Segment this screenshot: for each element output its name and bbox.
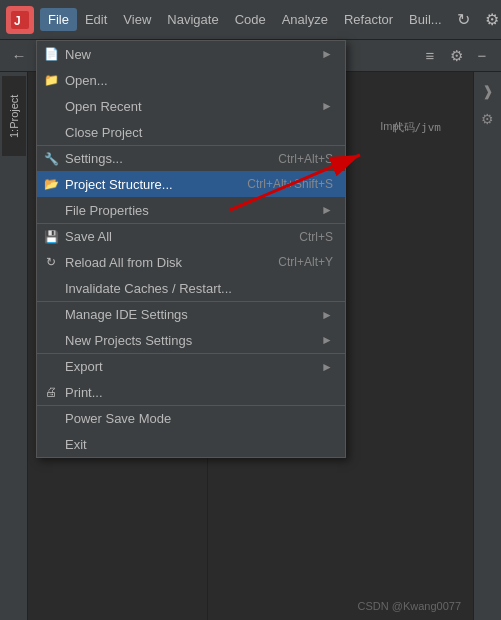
- right-panel: ❱ ⚙: [473, 72, 501, 620]
- arrow-open-recent: ►: [321, 99, 333, 113]
- menu-item-power-save[interactable]: Power Save Mode: [37, 405, 345, 431]
- toolbar: J File Edit View Navigate Code Analyze R…: [0, 0, 501, 40]
- file-menu-dropdown: 📄 New ► 📁 Open... Open Recent ► Close Pr…: [36, 40, 346, 458]
- toolbar-right-icons: ↻ ⚙ ▶ ⋯: [452, 8, 501, 32]
- shortcut-reload-all: Ctrl+Alt+Y: [278, 255, 333, 269]
- side-tabs: 1:Project: [0, 72, 28, 620]
- reload-icon[interactable]: ↻: [452, 8, 476, 32]
- menu-label-file-properties: File Properties: [65, 203, 317, 218]
- app-logo: J: [6, 6, 34, 34]
- menu-label-manage-ide: Manage IDE Settings: [65, 307, 317, 322]
- menu-label-open: Open...: [65, 73, 333, 88]
- menu-label-export: Export: [65, 359, 317, 374]
- menu-label-save-all: Save All: [65, 229, 279, 244]
- svg-text:J: J: [14, 14, 21, 28]
- menu-item-open-recent[interactable]: Open Recent ►: [37, 93, 345, 119]
- gear-icon[interactable]: ⚙: [445, 45, 467, 67]
- menu-label-close-project: Close Project: [65, 125, 333, 140]
- menu-navigate[interactable]: Navigate: [159, 8, 226, 31]
- open-icon: 📁: [43, 72, 59, 88]
- menu-label-open-recent: Open Recent: [65, 99, 317, 114]
- menu-item-open[interactable]: 📁 Open...: [37, 67, 345, 93]
- menu-item-print[interactable]: 🖨 Print...: [37, 379, 345, 405]
- settings-menu-icon: 🔧: [43, 151, 59, 167]
- menu-item-settings[interactable]: 🔧 Settings... Ctrl+Alt+S: [37, 145, 345, 171]
- menu-analyze[interactable]: Analyze: [274, 8, 336, 31]
- arrow-export: ►: [321, 360, 333, 374]
- jvm-label: 代码/jvm: [393, 120, 442, 135]
- arrow-new: ►: [321, 47, 333, 61]
- shortcut-settings: Ctrl+Alt+S: [278, 152, 333, 166]
- menu-file[interactable]: File: [40, 8, 77, 31]
- menu-label-new: New: [65, 47, 317, 62]
- menu-code[interactable]: Code: [227, 8, 274, 31]
- shortcut-project-structure: Ctrl+Alt+Shift+S: [247, 177, 333, 191]
- arrow-new-projects: ►: [321, 333, 333, 347]
- right-icon-2[interactable]: ⚙: [477, 108, 499, 130]
- print-icon: 🖨: [43, 384, 59, 400]
- menu-label-exit: Exit: [65, 437, 333, 452]
- settings-icon[interactable]: ⚙: [480, 8, 501, 32]
- menu-edit[interactable]: Edit: [77, 8, 115, 31]
- menu-label-reload-all: Reload All from Disk: [65, 255, 258, 270]
- menu-item-manage-ide[interactable]: Manage IDE Settings ►: [37, 301, 345, 327]
- menu-item-invalidate[interactable]: Invalidate Caches / Restart...: [37, 275, 345, 301]
- reload-menu-icon: ↻: [43, 254, 59, 270]
- save-icon: 💾: [43, 229, 59, 245]
- menu-build[interactable]: Buil...: [401, 8, 450, 31]
- menu-bar: File Edit View Navigate Code Analyze Ref…: [40, 8, 450, 31]
- menu-item-project-structure[interactable]: 📂 Project Structure... Ctrl+Alt+Shift+S: [37, 171, 345, 197]
- right-icon-1[interactable]: ❱: [477, 80, 499, 102]
- menu-label-settings: Settings...: [65, 151, 258, 166]
- menu-item-file-properties[interactable]: File Properties ►: [37, 197, 345, 223]
- bottom-watermark: CSDN @Kwang0077: [358, 600, 462, 612]
- project-structure-icon: 📂: [43, 176, 59, 192]
- menu-item-save-all[interactable]: 💾 Save All Ctrl+S: [37, 223, 345, 249]
- menu-item-new-projects[interactable]: New Projects Settings ►: [37, 327, 345, 353]
- menu-item-export[interactable]: Export ►: [37, 353, 345, 379]
- shortcut-save-all: Ctrl+S: [299, 230, 333, 244]
- menu-view[interactable]: View: [115, 8, 159, 31]
- menu-item-exit[interactable]: Exit: [37, 431, 345, 457]
- menu-label-project-structure: Project Structure...: [65, 177, 227, 192]
- menu-item-new[interactable]: 📄 New ►: [37, 41, 345, 67]
- arrow-file-properties: ►: [321, 203, 333, 217]
- menu-item-close-project[interactable]: Close Project: [37, 119, 345, 145]
- menu-item-reload-all[interactable]: ↻ Reload All from Disk Ctrl+Alt+Y: [37, 249, 345, 275]
- minus-icon[interactable]: −: [471, 45, 493, 67]
- new-icon: 📄: [43, 46, 59, 62]
- arrow-manage-ide: ►: [321, 308, 333, 322]
- menu-label-invalidate: Invalidate Caches / Restart...: [65, 281, 333, 296]
- project-tab[interactable]: 1:Project: [2, 76, 26, 156]
- filter-icon[interactable]: ≡: [419, 45, 441, 67]
- menu-label-new-projects: New Projects Settings: [65, 333, 317, 348]
- menu-refactor[interactable]: Refactor: [336, 8, 401, 31]
- menu-label-power-save: Power Save Mode: [65, 411, 333, 426]
- menu-label-print: Print...: [65, 385, 333, 400]
- back-icon[interactable]: ←: [8, 45, 30, 67]
